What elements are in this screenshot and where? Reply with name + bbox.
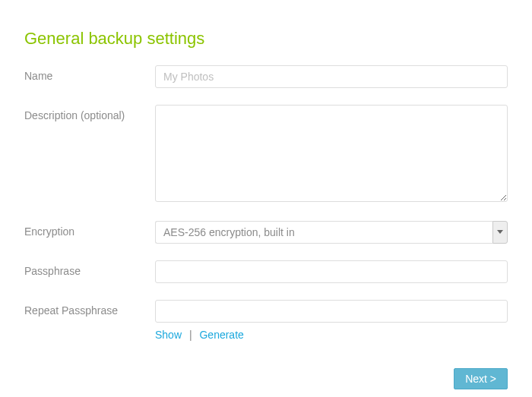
passphrase-label: Passphrase	[24, 260, 155, 277]
page-title: General backup settings	[24, 29, 508, 49]
encryption-label: Encryption	[24, 221, 155, 238]
encryption-selected-value: AES-256 encryption, built in	[155, 221, 492, 244]
name-input[interactable]	[155, 65, 508, 88]
link-separator: |	[189, 329, 192, 341]
description-textarea[interactable]	[155, 105, 508, 202]
encryption-dropdown-button[interactable]	[492, 221, 508, 244]
description-label: Description (optional)	[24, 105, 155, 121]
name-label: Name	[24, 65, 155, 82]
encryption-select[interactable]: AES-256 encryption, built in	[155, 221, 508, 244]
repeat-passphrase-input[interactable]	[155, 300, 508, 323]
passphrase-input[interactable]	[155, 260, 508, 283]
chevron-down-icon	[497, 230, 503, 235]
show-link[interactable]: Show	[155, 329, 182, 341]
next-button[interactable]: Next >	[454, 368, 508, 389]
repeat-passphrase-label: Repeat Passphrase	[24, 300, 155, 317]
generate-link[interactable]: Generate	[199, 329, 243, 341]
